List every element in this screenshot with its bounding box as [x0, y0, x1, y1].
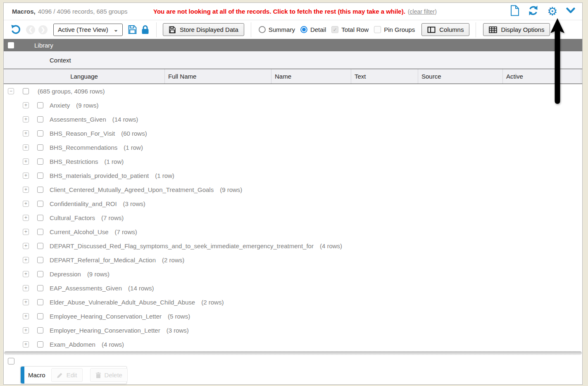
- group-name: BHS_Recommendations: [50, 144, 117, 151]
- collapse-icon[interactable]: −: [8, 88, 14, 94]
- expand-icon[interactable]: +: [23, 285, 29, 291]
- history-forward-icon[interactable]: ❯: [38, 25, 48, 34]
- fetch-warning-link[interactable]: You are not looking at all of the record…: [153, 8, 405, 15]
- detail-label: Detail: [310, 26, 326, 33]
- settings-gear-icon[interactable]: ⚙: [547, 6, 557, 17]
- expand-icon[interactable]: +: [23, 229, 29, 235]
- lock-icon[interactable]: [141, 25, 150, 35]
- summary-radio[interactable]: [259, 26, 266, 33]
- group-row-count: (5 rows): [168, 313, 190, 320]
- context-group-row: Context: [4, 51, 582, 69]
- columns-button[interactable]: Columns: [421, 23, 469, 36]
- group-row-count: (1 row): [105, 158, 124, 165]
- row-checkbox[interactable]: [37, 243, 43, 249]
- group-row-count: (2 rows): [201, 299, 224, 306]
- bottom-area: Macro Edit Delete: [4, 355, 582, 384]
- history-back-icon[interactable]: ❮: [26, 25, 35, 34]
- group-row-count: (2 rows): [162, 257, 184, 264]
- expand-icon[interactable]: +: [23, 116, 29, 122]
- save-view-icon[interactable]: [128, 25, 137, 34]
- expand-icon[interactable]: +: [23, 299, 29, 305]
- app-window: Macros, 4096 / 4096 records, 685 groups …: [0, 0, 588, 386]
- column-header-text[interactable]: Text: [351, 69, 418, 84]
- edit-button[interactable]: Edit: [51, 368, 83, 382]
- undo-icon[interactable]: [10, 24, 21, 35]
- row-checkbox[interactable]: [37, 130, 43, 137]
- clear-filter-wrap: (clear filter): [408, 8, 437, 15]
- row-checkbox[interactable]: [37, 229, 43, 235]
- group-name: DEPART_Discussed_Red_Flag_symptoms_and_t…: [50, 242, 314, 249]
- row-checkbox[interactable]: [37, 285, 43, 291]
- column-header-active[interactable]: Active: [503, 69, 581, 84]
- tree-row: +Elder_Abuse_Vulnerable_Adult_Abuse_Chil…: [4, 295, 582, 309]
- macro-panel-accent: [21, 367, 24, 384]
- tree-row: +Assessments_Given(14 rows): [4, 112, 582, 126]
- row-checkbox[interactable]: [23, 88, 29, 94]
- expand-icon[interactable]: +: [23, 341, 29, 348]
- row-checkbox[interactable]: [37, 215, 43, 221]
- expand-icon[interactable]: +: [23, 243, 29, 249]
- expand-icon[interactable]: +: [23, 313, 29, 319]
- row-checkbox[interactable]: [37, 341, 43, 348]
- row-checkbox[interactable]: [37, 187, 43, 193]
- pin-groups-label: Pin Groups: [384, 26, 415, 33]
- row-checkbox[interactable]: [37, 257, 43, 263]
- group-row-count: (9 rows): [87, 271, 110, 278]
- group-row-count: (7 rows): [101, 214, 124, 221]
- row-checkbox[interactable]: [37, 271, 43, 277]
- row-checkbox[interactable]: [37, 158, 43, 165]
- store-displayed-data-button[interactable]: Store Displayed Data: [163, 23, 244, 36]
- expand-icon[interactable]: +: [23, 173, 29, 179]
- expand-icon[interactable]: +: [23, 187, 29, 193]
- edit-button-label: Edit: [67, 372, 77, 379]
- refresh-icon[interactable]: [528, 5, 539, 18]
- expand-icon[interactable]: +: [23, 215, 29, 221]
- expand-icon[interactable]: +: [23, 201, 29, 207]
- group-name: (685 groups, 4096 rows): [38, 88, 105, 95]
- view-select-value: Active (Tree View): [58, 26, 108, 33]
- group-name: BHS_Restrictions: [50, 158, 98, 165]
- row-checkbox[interactable]: [37, 327, 43, 333]
- delete-button-label: Delete: [105, 372, 122, 379]
- row-checkbox[interactable]: [37, 299, 43, 305]
- expand-icon[interactable]: +: [23, 158, 29, 165]
- row-checkbox[interactable]: [37, 144, 43, 151]
- pin-groups-checkbox[interactable]: [374, 26, 381, 33]
- detail-radio[interactable]: [300, 26, 307, 33]
- tree-row: +Depression(9 rows): [4, 267, 582, 281]
- column-header-language[interactable]: Language: [4, 69, 165, 84]
- group-row-count: (3 rows): [123, 200, 145, 207]
- total-row-checkbox[interactable]: ✓: [331, 26, 338, 33]
- row-checkbox[interactable]: [37, 313, 43, 319]
- column-header-full-name[interactable]: Full Name: [165, 69, 271, 84]
- library-select-all-checkbox[interactable]: [8, 42, 14, 48]
- row-checkbox[interactable]: [37, 102, 43, 108]
- total-row-label: Total Row: [341, 26, 369, 33]
- collapse-chevron-icon[interactable]: [566, 7, 576, 16]
- column-header-source[interactable]: Source: [418, 69, 503, 84]
- toolbar-divider: [251, 22, 251, 37]
- row-checkbox[interactable]: [37, 116, 43, 122]
- toolbar-divider: [156, 22, 157, 37]
- pin-groups-group: Pin Groups: [374, 26, 415, 33]
- expand-icon[interactable]: +: [23, 144, 29, 151]
- pencil-icon: [57, 372, 63, 379]
- clear-filter-link[interactable]: clear filter: [410, 8, 435, 15]
- expand-icon[interactable]: +: [23, 102, 29, 108]
- view-select[interactable]: Active (Tree View) ⌄: [53, 24, 123, 36]
- horizontal-scrollbar[interactable]: [4, 351, 582, 355]
- new-document-icon[interactable]: [510, 5, 519, 18]
- footer-row-checkbox[interactable]: [8, 358, 14, 364]
- record-summary: 4096 / 4096 records, 685 groups: [38, 8, 128, 15]
- display-options-button[interactable]: Display Options: [483, 23, 550, 36]
- column-header-name[interactable]: Name: [271, 69, 351, 84]
- expand-icon[interactable]: +: [23, 130, 29, 137]
- tree-row: +Anxiety(9 rows): [4, 98, 582, 112]
- group-name: Employee_Hearing_Conservation_Letter: [50, 313, 162, 320]
- expand-icon[interactable]: +: [23, 257, 29, 263]
- row-checkbox[interactable]: [37, 201, 43, 207]
- row-checkbox[interactable]: [37, 173, 43, 179]
- expand-icon[interactable]: +: [23, 271, 29, 277]
- expand-icon[interactable]: +: [23, 327, 29, 333]
- delete-button[interactable]: Delete: [90, 368, 128, 382]
